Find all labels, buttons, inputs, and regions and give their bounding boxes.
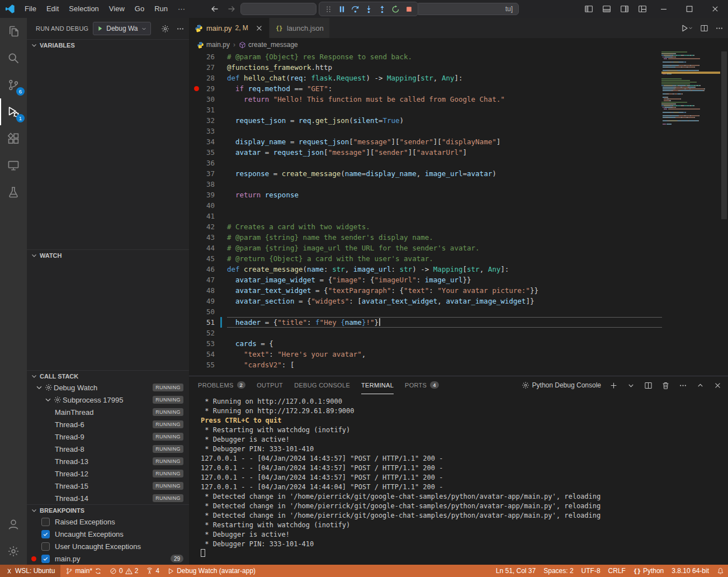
code-line-37[interactable]: 37 response = create_message(name=displa… [189,168,662,179]
code-line-28[interactable]: 28 def hello_chat(req: flask.Request) ->… [189,73,662,83]
status-language-mode[interactable]: {}Python [630,565,668,577]
menu-view[interactable]: View [104,0,130,18]
activitybar-extensions[interactable] [0,125,27,152]
callstack-item[interactable]: Thread-12 RUNNING [27,467,189,480]
activitybar-explorer[interactable] [0,18,27,45]
status-remote-indicator[interactable]: WSL: Ubuntu [0,565,60,577]
debug-restart-button[interactable] [389,3,402,15]
gutter[interactable]: 54 [189,349,227,360]
code-line-46[interactable]: 46 def create_message(name: str, image_u… [189,264,662,275]
breakpoint-item[interactable]: User Uncaught Exceptions [27,540,189,552]
status-encoding[interactable]: UTF-8 [578,565,604,577]
debug-toolbar-drag-handle[interactable] [322,3,335,15]
gutter[interactable]: 35 [189,147,227,158]
split-editor-button[interactable] [700,24,708,32]
activitybar-remote-explorer[interactable] [0,152,27,179]
menu-overflow[interactable]: ··· [173,0,190,18]
callstack-item[interactable]: Thread-13 RUNNING [27,455,189,467]
activitybar-account[interactable] [0,511,27,538]
panel-tab-debug-console[interactable]: DEBUG CONSOLE [294,376,350,394]
status-cursor-position[interactable]: Ln 51, Col 37 [492,565,540,577]
close-window-button[interactable] [702,0,728,18]
minimize-button[interactable] [651,0,677,18]
activitybar-run-and-debug[interactable]: 1 [0,98,27,125]
breakpoint-item[interactable]: main.py 29 [27,552,189,565]
new-terminal-button[interactable] [608,380,618,390]
activitybar-testing[interactable] [0,179,27,206]
callstack-item[interactable]: Thread-9 RUNNING [27,431,189,443]
editor-scrollbar[interactable] [720,51,728,376]
debug-step-into-button[interactable] [362,3,375,15]
scrollbar-slider[interactable] [721,51,727,219]
menu-go[interactable]: Go [130,0,149,18]
gutter[interactable]: 39 [189,190,227,200]
code-line-52[interactable]: 52 [189,328,662,338]
debug-settings-gear-icon[interactable] [161,25,169,33]
debug-pause-button[interactable] [335,3,348,15]
menu-selection[interactable]: Selection [64,0,103,18]
code-line-31[interactable]: 31 [189,105,662,115]
code-line-45[interactable]: 45 # @return {Object} a card with the us… [189,253,662,264]
gutter[interactable]: 49 [189,296,227,306]
gutter[interactable]: 32 [189,115,227,126]
callstack-item[interactable]: Thread-8 RUNNING [27,443,189,455]
debug-step-over-button[interactable] [348,3,362,15]
breakpoint-checkbox[interactable] [41,530,50,538]
gutter[interactable]: 48 [189,285,227,296]
go-back-button[interactable] [208,2,221,16]
code-line-34[interactable]: 34 display_name = request_json["message"… [189,136,662,147]
breakpoint-checkbox[interactable] [41,555,50,563]
status-notifications[interactable] [713,565,728,577]
gutter[interactable]: 33 [189,126,227,136]
gutter[interactable]: 45 [189,253,227,264]
debug-stop-button[interactable] [402,3,415,15]
breadcrumb-create_message[interactable]: create_message [239,41,298,49]
editor-more-actions-button[interactable] [715,24,724,32]
gutter[interactable]: 43 [189,232,227,243]
sidebar-more-actions-icon[interactable] [176,25,185,33]
gutter[interactable]: 26 [189,51,227,62]
callstack-item[interactable]: Subprocess 17995 RUNNING [27,394,189,406]
callstack-item[interactable]: Thread-14 RUNNING [27,492,189,504]
status-git-branch[interactable]: main* [62,565,106,577]
go-forward-button[interactable] [225,2,238,16]
toggle-sidebar-button[interactable] [582,2,596,16]
status-forwarded-ports[interactable]: 4 [142,565,163,577]
breakpoint-checkbox[interactable] [41,542,50,551]
watch-section-header[interactable]: WATCH [27,249,189,261]
status-eol[interactable]: CRLF [604,565,630,577]
breakpoint-item[interactable]: Raised Exceptions [27,515,189,528]
callstack-item[interactable]: MainThread RUNNING [27,406,189,418]
gutter[interactable]: 34 [189,136,227,147]
breakpoint-icon[interactable] [194,86,199,91]
gutter[interactable]: 51 [189,317,227,328]
gutter[interactable]: 37 [189,168,227,179]
minimap[interactable] [661,51,720,376]
code-line-27[interactable]: 27 @functions_framework.http [189,62,662,73]
code-line-41[interactable]: 41 [189,211,662,221]
panel-more-actions-button[interactable] [678,380,688,390]
close-tab-icon[interactable] [255,24,263,32]
gutter[interactable]: 40 [189,200,227,211]
code-line-35[interactable]: 35 avatar = request_json["message"]["sen… [189,147,662,158]
code-line-47[interactable]: 47 avatar_image_widget = {"image": {"ima… [189,275,662,285]
gutter[interactable]: 38 [189,179,227,190]
code-line-38[interactable]: 38 [189,179,662,190]
activitybar-source-control[interactable]: 6 [0,72,27,98]
call-stack-section-header[interactable]: CALL STACK [27,370,189,381]
debug-configuration-dropdown[interactable]: Debug Wa [93,22,150,35]
panel-tab-ports[interactable]: PORTS4 [405,376,439,394]
gutter[interactable]: 36 [189,158,227,168]
breakpoints-section-header[interactable]: BREAKPOINTS [27,504,189,515]
gutter[interactable]: 55 [189,360,227,370]
gutter[interactable]: 50 [189,306,227,317]
kill-terminal-button[interactable] [660,380,670,390]
code-line-33[interactable]: 33 [189,126,662,136]
status-indentation[interactable]: Spaces: 2 [540,565,577,577]
run-python-file-button[interactable] [680,24,693,32]
gutter[interactable]: 41 [189,211,227,221]
maximize-panel-button[interactable] [695,380,705,390]
gutter[interactable]: 31 [189,105,227,115]
gutter[interactable]: 47 [189,275,227,285]
tab-launch.json[interactable]: {} launch.json [270,18,330,38]
